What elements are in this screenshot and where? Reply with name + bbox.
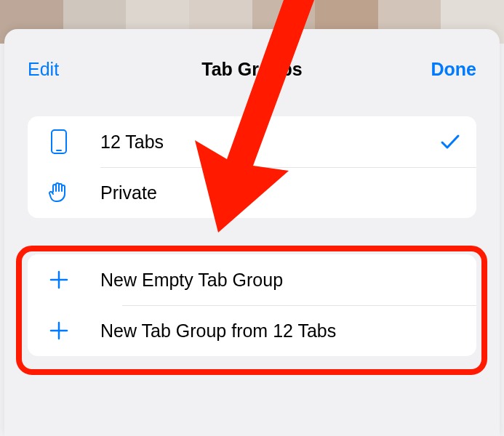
tab-group-label: 12 Tabs [100, 132, 437, 153]
tab-group-row-tabs[interactable]: 12 Tabs [28, 116, 476, 167]
tab-group-row-private[interactable]: Private [28, 167, 476, 218]
done-button[interactable]: Done [431, 59, 477, 80]
device-icon [45, 129, 73, 154]
plus-icon [45, 270, 73, 290]
existing-groups-card: 12 Tabs Private [28, 116, 476, 218]
new-empty-group-label: New Empty Tab Group [100, 270, 463, 291]
sheet-header: Edit Tab Groups Done [4, 29, 500, 87]
tab-group-label: Private [100, 182, 463, 203]
tab-groups-sheet: Edit Tab Groups Done 12 Tabs [4, 29, 500, 436]
new-empty-group-row[interactable]: New Empty Tab Group [28, 254, 476, 305]
checkmark-icon [437, 133, 463, 150]
new-group-from-tabs-row[interactable]: New Tab Group from 12 Tabs [28, 305, 476, 356]
plus-icon [45, 320, 73, 341]
hand-icon [45, 181, 73, 204]
edit-button[interactable]: Edit [28, 59, 59, 80]
new-group-card: New Empty Tab Group New Tab Group from 1… [28, 254, 476, 356]
new-group-from-tabs-label: New Tab Group from 12 Tabs [100, 320, 463, 342]
sheet-title: Tab Groups [201, 59, 302, 80]
